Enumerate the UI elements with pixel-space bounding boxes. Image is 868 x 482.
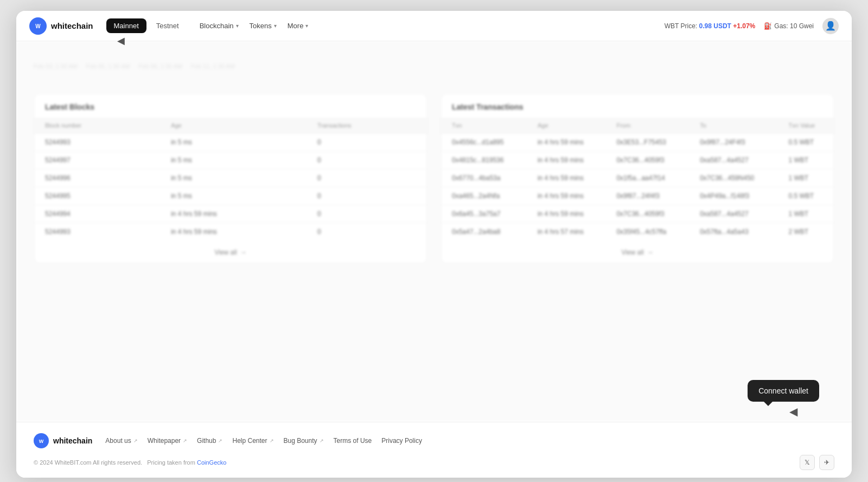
col-block-number: Block number — [34, 118, 160, 134]
block-age-cell: in 5 ms — [160, 187, 307, 205]
txn-hash-cell[interactable]: 0x5a47...2a4ba8 — [441, 223, 527, 241]
txn-to-cell[interactable]: 0x57fta...4a5a43 — [689, 223, 777, 241]
gas-icon: ⛽ — [764, 22, 772, 30]
table-row: 0xa465...2a4Nfa in 4 hrs 59 mins 0x9f87.… — [441, 187, 834, 205]
blocks-view-all-button[interactable]: View all → — [214, 249, 246, 256]
footer-link-item[interactable]: Terms of Use — [334, 437, 372, 445]
coingecko-link[interactable]: CoinGecko — [197, 459, 226, 466]
footer-link-label: Github — [197, 437, 216, 445]
transactions-table: Txn Age From To Txn Value 0x4556c...d1a8… — [441, 118, 834, 240]
block-age-cell: in 5 ms — [160, 169, 307, 187]
txn-value-cell: 1 WBT — [778, 205, 834, 223]
block-number-cell[interactable]: 5244993 — [34, 223, 160, 241]
table-row: 5244995 in 5 ms 0 — [34, 187, 427, 205]
col-age: Age — [160, 118, 307, 134]
chevron-down-icon: ▾ — [236, 23, 239, 29]
twitter-icon: 𝕏 — [805, 459, 810, 466]
txns-view-all-button[interactable]: View all → — [621, 249, 653, 256]
external-link-icon: ↗ — [320, 438, 324, 443]
footer-link-item[interactable]: Bug Bounty↗ — [284, 437, 324, 445]
txn-value-cell: 0.5 WBT — [778, 187, 834, 205]
txn-hash-cell[interactable]: 0x6770...4ba53a — [441, 169, 527, 187]
txns-view-all-row: View all → — [441, 240, 834, 263]
footer-link-label: Privacy Policy — [381, 437, 422, 445]
block-number-cell[interactable]: 5244995 — [34, 187, 160, 205]
txn-from-cell[interactable]: 0x7C36...4059f3 — [605, 205, 689, 223]
txn-from-cell[interactable]: 0x1f5a...aa47f14 — [605, 169, 689, 187]
nav-tabs: Mainnet Testnet ◀ — [106, 18, 187, 33]
latest-transactions-card: Latest Transactions Txn Age From To Txn … — [441, 93, 834, 264]
footer-top: W whitechain About us↗Whitepaper↗Github↗… — [34, 433, 834, 448]
txn-value-cell: 2 WBT — [778, 223, 834, 241]
footer-link-label: Whitepaper — [148, 437, 181, 445]
price-credit: Pricing taken from — [147, 459, 197, 466]
tab-mainnet[interactable]: Mainnet — [106, 18, 146, 33]
footer-link-item[interactable]: Help Center↗ — [232, 437, 273, 445]
arrow-right-icon: → — [240, 249, 247, 256]
txn-from-cell[interactable]: 0x3E53...F75453 — [605, 134, 689, 151]
svg-text:W: W — [35, 23, 41, 29]
navbar: W whitechain Mainnet Testnet ◀ Blockchai… — [16, 11, 852, 41]
footer-logo: W whitechain — [34, 433, 92, 448]
txn-to-cell[interactable]: 0x7C36...459N450 — [689, 169, 777, 187]
txn-value-cell: 0.5 WBT — [778, 134, 834, 151]
browser-window: W whitechain Mainnet Testnet ◀ Blockchai… — [16, 11, 852, 478]
block-number-cell[interactable]: 5244994 — [34, 205, 160, 223]
chart-area: Feb 03, 1:30 AM Feb 05, 1:30 AM Feb 06, … — [34, 50, 834, 83]
logo-area: W whitechain — [29, 17, 93, 35]
block-number-cell[interactable]: 5244997 — [34, 151, 160, 169]
latest-blocks-card: Latest Blocks Block number Age Transacti… — [34, 93, 427, 264]
price-change: +1.07% — [733, 22, 755, 30]
block-txns-cell: 0 — [307, 223, 427, 241]
external-link-icon: ↗ — [183, 438, 187, 443]
telegram-icon: ✈ — [824, 459, 829, 466]
telegram-button[interactable]: ✈ — [819, 455, 834, 470]
txn-from-cell[interactable]: 0x9f87...24f4f3 — [605, 187, 689, 205]
txn-value-cell: 1 WBT — [778, 169, 834, 187]
twitter-button[interactable]: 𝕏 — [800, 455, 815, 470]
table-row: 0x4556c...d1a895 in 4 hrs 59 mins 0x3E53… — [441, 134, 834, 151]
footer-link-item[interactable]: Whitepaper↗ — [148, 437, 187, 445]
txn-to-cell[interactable]: 0x9f87...24F4f3 — [689, 134, 777, 151]
txn-to-cell[interactable]: 0x4P49a...f148f3 — [689, 187, 777, 205]
txn-value-cell: 1 WBT — [778, 151, 834, 169]
col-txn: Txn — [441, 118, 527, 134]
block-number-cell[interactable]: 5244993 — [34, 134, 160, 151]
table-row: 5244993 in 5 ms 0 — [34, 134, 427, 151]
table-row: 5244994 in 4 hrs 59 mins 0 — [34, 205, 427, 223]
txn-from-cell[interactable]: 0x7C36...4059f3 — [605, 151, 689, 169]
latest-transactions-title: Latest Transactions — [441, 94, 834, 118]
blocks-table: Block number Age Transactions 5244993 in… — [34, 118, 427, 240]
table-row: 5244997 in 5 ms 0 — [34, 151, 427, 169]
user-avatar[interactable]: 👤 — [822, 18, 839, 34]
block-age-cell: in 5 ms — [160, 151, 307, 169]
block-number-cell[interactable]: 5244996 — [34, 169, 160, 187]
txn-hash-cell[interactable]: 0x6a45...3a75a7 — [441, 205, 527, 223]
txn-hash-cell[interactable]: 0xa465...2a4Nfa — [441, 187, 527, 205]
txn-age-cell: in 4 hrs 59 mins — [527, 151, 605, 169]
txn-from-cell[interactable]: 0x35f45...4c57ffa — [605, 223, 689, 241]
tab-testnet[interactable]: Testnet — [149, 18, 187, 33]
menu-more[interactable]: More ▾ — [288, 22, 309, 30]
block-age-cell: in 4 hrs 59 mins — [160, 223, 307, 241]
txn-to-cell[interactable]: 0xa587...4a4527 — [689, 151, 777, 169]
txn-hash-cell[interactable]: 0x4815c...819536 — [441, 151, 527, 169]
arrow-right-icon: → — [647, 249, 654, 256]
external-link-icon: ↗ — [218, 438, 222, 443]
txn-age-cell: in 4 hrs 59 mins — [527, 187, 605, 205]
menu-tokens[interactable]: Tokens ▾ — [250, 22, 277, 30]
footer-link-item[interactable]: Privacy Policy — [381, 437, 422, 445]
footer-icons: 𝕏 ✈ — [800, 455, 834, 470]
table-row: 0x6a45...3a75a7 in 4 hrs 59 mins 0x7C36.… — [441, 205, 834, 223]
table-row: 5244993 in 4 hrs 59 mins 0 — [34, 223, 427, 241]
footer-bottom: © 2024 WhiteBIT.com All rights reserved.… — [34, 455, 834, 470]
menu-blockchain[interactable]: Blockchain ▾ — [200, 22, 239, 30]
txn-to-cell[interactable]: 0xa587...4a4527 — [689, 205, 777, 223]
txn-hash-cell[interactable]: 0x4556c...d1a895 — [441, 134, 527, 151]
footer-link-item[interactable]: Github↗ — [197, 437, 222, 445]
nav-tooltip-arrow: ◀ — [117, 35, 125, 47]
nav-right: WBT Price: 0.98 USDT +1.07% ⛽ Gas: 10 Gw… — [665, 18, 839, 34]
blocks-view-all-row: View all → — [34, 240, 427, 263]
svg-text:W: W — [39, 439, 44, 444]
footer-link-item[interactable]: About us↗ — [105, 437, 137, 445]
